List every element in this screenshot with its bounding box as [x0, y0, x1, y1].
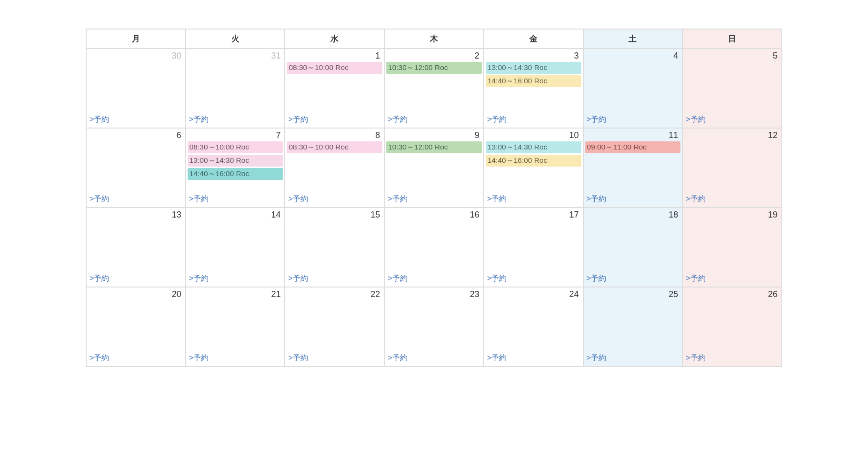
- day-number: 19: [683, 208, 781, 221]
- reserve-link[interactable]: >予約: [584, 192, 682, 207]
- day-cell: 20>予約: [86, 287, 186, 367]
- reserve-link[interactable]: >予約: [285, 272, 384, 287]
- weekday-header: 日: [682, 29, 782, 49]
- reserve-link[interactable]: >予約: [683, 113, 781, 128]
- reserve-link[interactable]: >予約: [186, 113, 285, 128]
- events-container: 08:30～10:00 Roc13:00～14:30 Roc14:40～16:0…: [186, 141, 285, 180]
- calendar-event[interactable]: 10:30～12:00 Roc: [386, 141, 482, 153]
- day-cell: 30>予約: [86, 49, 186, 128]
- day-cell: 14>予約: [186, 208, 285, 287]
- calendar-event[interactable]: 10:30～12:00 Roc: [386, 62, 482, 74]
- week-row: 30>予約31>予約108:30～10:00 Roc>予約210:30～12:0…: [86, 49, 782, 128]
- reserve-link[interactable]: >予約: [285, 192, 384, 207]
- events-container: 08:30～10:00 Roc: [285, 141, 384, 153]
- reserve-link[interactable]: >予約: [584, 351, 682, 366]
- weekday-header-row: 月火水木金土日: [86, 29, 782, 49]
- calendar-event[interactable]: 09:00～11:00 Roc: [585, 141, 681, 153]
- day-number: 14: [186, 208, 285, 221]
- day-number: 30: [87, 49, 185, 62]
- day-cell: 6>予約: [86, 128, 186, 208]
- calendar-event[interactable]: 08:30～10:00 Roc: [287, 62, 382, 74]
- day-number: 24: [484, 288, 583, 300]
- day-cell: 12>予約: [682, 128, 782, 208]
- reserve-link[interactable]: >予約: [385, 351, 483, 366]
- day-cell: 5>予約: [682, 49, 782, 128]
- day-number: 20: [87, 288, 185, 300]
- day-cell: 313:00～14:30 Roc14:40～16:00 Roc>予約: [484, 49, 583, 128]
- events-container: 08:30～10:00 Roc: [285, 62, 384, 74]
- reserve-link[interactable]: >予約: [484, 192, 583, 207]
- weekday-header: 土: [583, 29, 683, 49]
- reserve-link[interactable]: >予約: [683, 272, 781, 287]
- calendar-event[interactable]: 13:00～14:30 Roc: [188, 155, 283, 167]
- day-number: 22: [285, 288, 384, 300]
- reserve-link[interactable]: >予約: [285, 351, 384, 366]
- day-cell: 22>予約: [285, 287, 384, 367]
- day-number: 17: [484, 208, 583, 221]
- week-row: 6>予約708:30～10:00 Roc13:00～14:30 Roc14:40…: [86, 128, 782, 208]
- day-number: 5: [683, 49, 781, 62]
- week-row: 13>予約14>予約15>予約16>予約17>予約18>予約19>予約: [86, 208, 782, 287]
- day-cell: 910:30～12:00 Roc>予約: [384, 128, 484, 208]
- day-cell: 18>予約: [583, 208, 683, 287]
- reserve-link[interactable]: >予約: [484, 351, 583, 366]
- reserve-link[interactable]: >予約: [385, 192, 483, 207]
- day-number: 12: [683, 129, 781, 141]
- events-container: 10:30～12:00 Roc: [385, 141, 483, 153]
- reserve-link[interactable]: >予約: [385, 272, 483, 287]
- events-container: 13:00～14:30 Roc14:40～16:00 Roc: [484, 62, 583, 87]
- week-row: 20>予約21>予約22>予約23>予約24>予約25>予約26>予約: [86, 287, 782, 367]
- day-cell: 210:30～12:00 Roc>予約: [384, 49, 484, 128]
- day-cell: 13>予約: [86, 208, 186, 287]
- calendar-grid: 月火水木金土日 30>予約31>予約108:30～10:00 Roc>予約210…: [86, 29, 782, 367]
- day-cell: 108:30～10:00 Roc>予約: [285, 49, 384, 128]
- day-number: 31: [186, 49, 285, 62]
- reserve-link[interactable]: >予約: [87, 113, 185, 128]
- calendar-event[interactable]: 13:00～14:30 Roc: [486, 62, 581, 74]
- weekday-header: 火: [186, 29, 285, 49]
- day-number: 3: [484, 49, 583, 62]
- day-number: 2: [385, 49, 483, 62]
- reserve-link[interactable]: >予約: [385, 113, 483, 128]
- reserve-link[interactable]: >予約: [584, 113, 682, 128]
- reserve-link[interactable]: >予約: [87, 351, 185, 366]
- day-cell: 1109:00～11:00 Roc>予約: [583, 128, 683, 208]
- day-cell: 23>予約: [384, 287, 484, 367]
- day-cell: 24>予約: [484, 287, 583, 367]
- reserve-link[interactable]: >予約: [683, 351, 781, 366]
- reserve-link[interactable]: >予約: [484, 272, 583, 287]
- day-cell: 16>予約: [384, 208, 484, 287]
- reserve-link[interactable]: >予約: [186, 351, 285, 366]
- reserve-link[interactable]: >予約: [484, 113, 583, 128]
- reserve-link[interactable]: >予約: [186, 272, 285, 287]
- reserve-link[interactable]: >予約: [186, 192, 285, 207]
- calendar-event[interactable]: 14:40～16:00 Roc: [188, 168, 283, 180]
- day-cell: 1013:00～14:30 Roc14:40～16:00 Roc>予約: [484, 128, 583, 208]
- weekday-header: 月: [86, 29, 186, 49]
- calendar-event[interactable]: 14:40～16:00 Roc: [486, 155, 581, 167]
- day-cell: 26>予約: [682, 287, 782, 367]
- calendar-event[interactable]: 13:00～14:30 Roc: [486, 141, 581, 153]
- weekday-header: 水: [285, 29, 384, 49]
- day-number: 6: [87, 129, 185, 141]
- calendar-event[interactable]: 14:40～16:00 Roc: [486, 75, 581, 87]
- calendar-event[interactable]: 08:30～10:00 Roc: [287, 141, 382, 153]
- calendar-event[interactable]: 08:30～10:00 Roc: [188, 141, 283, 153]
- day-number: 10: [484, 129, 583, 141]
- day-cell: 17>予約: [484, 208, 583, 287]
- day-number: 21: [186, 288, 285, 300]
- reserve-link[interactable]: >予約: [285, 113, 384, 128]
- day-cell: 31>予約: [186, 49, 285, 128]
- day-cell: 808:30～10:00 Roc>予約: [285, 128, 384, 208]
- reserve-link[interactable]: >予約: [87, 272, 185, 287]
- events-container: 09:00～11:00 Roc: [584, 141, 682, 153]
- weekday-header: 木: [384, 29, 484, 49]
- reserve-link[interactable]: >予約: [683, 192, 781, 207]
- reserve-link[interactable]: >予約: [584, 272, 682, 287]
- events-container: 13:00～14:30 Roc14:40～16:00 Roc: [484, 141, 583, 167]
- day-number: 9: [385, 129, 483, 141]
- day-cell: 19>予約: [682, 208, 782, 287]
- day-cell: 4>予約: [583, 49, 683, 128]
- reserve-link[interactable]: >予約: [87, 192, 185, 207]
- day-number: 8: [285, 129, 384, 141]
